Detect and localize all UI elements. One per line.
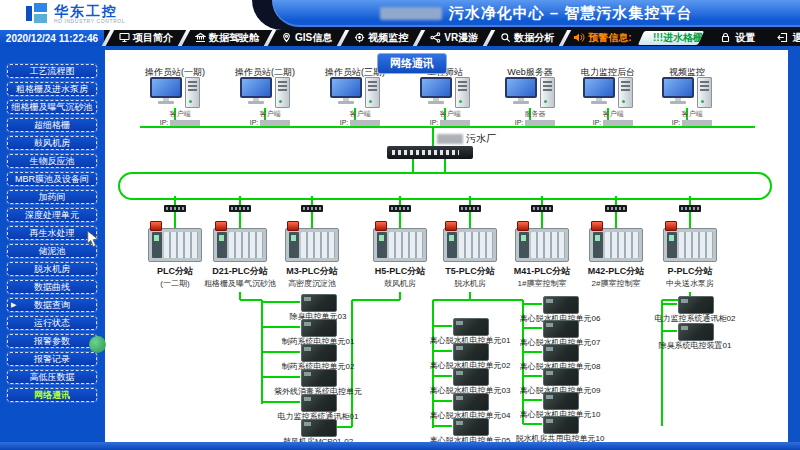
sidebar-item-label: 超细格栅 [34,119,70,132]
link-line [174,212,176,228]
access-switch-icon [164,205,186,212]
sidebar-item-18[interactable]: 网络通讯 [7,388,97,402]
switch-label-text: 污水厂 [466,132,496,146]
alarm-light-icon [665,221,677,231]
sidebar-item-13[interactable]: ▶数据查询 [7,298,97,312]
monitor-base [158,101,174,104]
sidebar-item-8[interactable]: 深度处理单元 [7,208,97,222]
cpu-module-icon [519,232,529,258]
alert-label: 预警信息: [569,30,635,46]
menu-item-5[interactable]: 数据分析 [493,30,561,46]
plc-rack-icon [285,228,339,262]
monitor-base [338,101,354,104]
menu-item-4[interactable]: VR漫游 [423,30,485,46]
exit-button[interactable]: 退出 [768,30,800,46]
sidebar-item-label: 细格栅及曝气沉砂池 [12,101,93,114]
link-line [311,212,313,228]
sidebar-item-10[interactable]: 储泥池 [7,244,97,258]
sidebar-item-16[interactable]: 报警记录 [7,352,97,366]
io-modules-icon [301,232,335,258]
network-diagram-panel: 网络通讯 污水厂 操作员站(一期)客户端IP:操作员站(二期)客户端IP:操作员… [105,50,788,442]
link-line [432,127,434,146]
computer-icon [310,77,400,110]
censored-ip [682,120,712,126]
access-switch-icon [605,205,627,212]
sidebar-item-5[interactable]: 生物反应池 [7,154,97,168]
censored-ip [350,120,380,126]
device-cabinet-icon [301,369,337,387]
sidebar-item-label: 数据曲线 [34,281,70,294]
device-cabinet-icon [543,368,579,386]
access-switch-icon [531,205,553,212]
sidebar-item-2[interactable]: 细格栅及曝气沉砂池 [7,100,97,114]
device-cabinet-icon [301,319,337,337]
workstation-node: 工程师站客户端IP: [400,66,490,127]
workstation-node: 操作员站(三期)客户端IP: [310,66,400,127]
fiber-ring [118,172,772,200]
title-banner: 污水净化中心 – 智慧污水集控平台 [272,0,800,27]
sidebar-item-11[interactable]: 脱水机房 [7,262,97,276]
link-line [239,212,241,228]
sidebar-item-12[interactable]: 数据曲线 [7,280,97,294]
sidebar-item-label: 工艺流程图 [30,65,75,78]
censored-switch-name [437,134,463,144]
sidebar-item-6[interactable]: MBR膜池及设备间 [7,172,97,186]
sidebar-item-label: 数据查询 [34,299,70,312]
sidebar-item-label: 报警记录 [34,353,70,366]
page-title: 网络通讯 [377,53,447,74]
device-cabinet-icon [301,419,337,437]
cpu-module-icon [289,232,299,258]
sidebar-item-label: 生物反应池 [30,155,75,168]
link-line [262,301,300,303]
datetime-display: 2020/12/24 11:22:46 [0,30,104,46]
sidebar-item-17[interactable]: 高低压数据 [7,370,97,384]
workstation-ip: IP: [310,118,400,127]
device-cabinet-icon [543,344,579,362]
plc-name: P-PLC分站 [635,265,745,278]
device-cabinet-icon [301,344,337,362]
device-cabinet-icon [453,343,489,361]
device-label: 除臭系统电控装置01 [630,340,760,351]
plc-area-label: 中央送水泵房 [635,278,745,289]
sidebar-item-4[interactable]: 鼓风机房 [7,136,97,150]
sidebar-item-0[interactable]: 工艺流程图 [7,64,97,78]
tower-icon [540,77,555,108]
link-line [662,303,677,305]
target-icon [354,32,365,45]
menu-item-label: 项目简介 [133,31,173,45]
menu-item-1[interactable]: 数据驾驶舱 [188,30,266,46]
menu-item-3[interactable]: 视频监控 [347,30,415,46]
monitor-base [248,101,264,104]
menu-item-label: VR漫游 [444,31,478,45]
sidebar-item-14[interactable]: 运行状态 [7,316,97,330]
link-line [689,212,691,228]
device-cabinet-icon [453,318,489,336]
censored-ip [525,120,555,126]
sidebar-item-1[interactable]: 粗格栅及进水泵房 [7,82,97,96]
menu-item-2[interactable]: GIS信息 [274,30,339,46]
workstation-name: Web服务器 [485,66,575,77]
sidebar-item-9[interactable]: 再生水处理 [7,226,97,240]
settings-label: 设置 [735,31,755,45]
sidebar-item-15[interactable]: 报警参数 [7,334,97,348]
menu-item-0[interactable]: 项目简介 [112,30,180,46]
cpu-module-icon [593,232,603,258]
sidebar-item-3[interactable]: 超细格栅 [7,118,97,132]
device-cabinet-icon [543,320,579,338]
cpu-module-icon [152,232,162,258]
menu-item-label: 数据分析 [514,31,554,45]
link-line [444,159,446,172]
building-icon [195,32,206,45]
computer-icon [130,77,220,110]
monitor-icon [662,77,694,104]
monitor-icon [150,77,182,104]
menu-item-label: GIS信息 [295,31,332,45]
settings-button[interactable]: 设置 [711,30,764,46]
device-cabinet-icon [453,368,489,386]
sidebar-item-7[interactable]: 加药间 [7,190,97,204]
ip-label: IP: [250,119,259,126]
workstation-node: 电力监控后台客户端IP: [563,66,653,127]
menu-item-label: 数据驾驶舱 [209,31,259,45]
workstation-role: 客户端 [310,110,400,118]
workstation-role: 客户端 [220,110,310,118]
